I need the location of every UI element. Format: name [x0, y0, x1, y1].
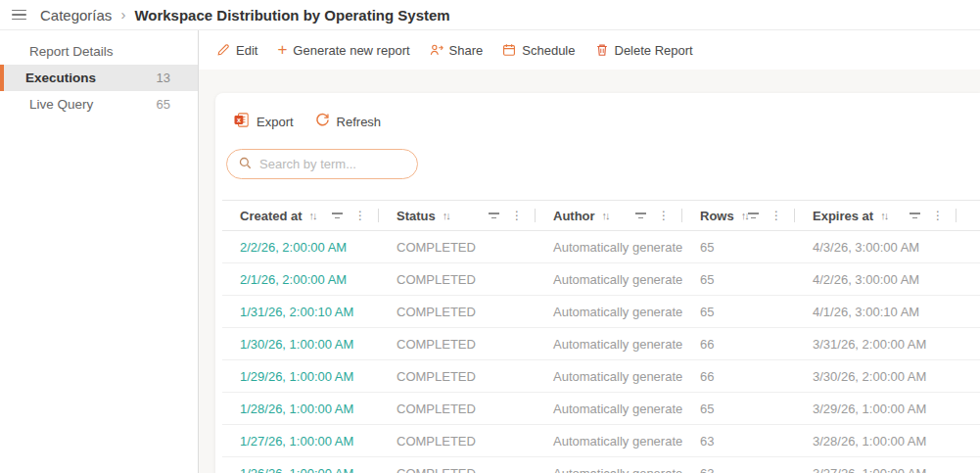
sort-icon[interactable]: ↑↓: [602, 210, 609, 221]
column-separator: [794, 209, 795, 222]
sidebar-item-report-details[interactable]: Report Details: [0, 38, 198, 65]
cell-created-at[interactable]: 1/29/26, 1:00:00 AM: [222, 360, 379, 393]
table-row[interactable]: 1/30/26, 1:00:00 AM COMPLETED Automatica…: [222, 328, 980, 360]
refresh-icon: [315, 113, 330, 130]
column-header-rows[interactable]: Rows ↑↓ ⋮: [682, 201, 795, 231]
executions-table: Created at ↑↓ ⋮ Status ↑↓ ⋮: [222, 200, 980, 473]
cell-rows: 66: [682, 328, 795, 360]
filter-icon[interactable]: [909, 213, 920, 218]
generate-new-report-button[interactable]: + Generate new report: [269, 38, 417, 63]
cell-created-at[interactable]: 2/2/26, 2:00:00 AM: [222, 231, 379, 263]
executions-table-wrap: Created at ↑↓ ⋮ Status ↑↓ ⋮: [222, 200, 980, 473]
sidebar-item-executions[interactable]: Executions 13: [0, 65, 198, 91]
main-panel: Edit + Generate new report Share: [199, 30, 980, 473]
cell-rows: 66: [682, 360, 795, 393]
column-header-author[interactable]: Author ↑↓ ⋮: [536, 201, 682, 231]
table-row[interactable]: 1/26/26, 1:00:00 AM COMPLETED Automatica…: [222, 457, 980, 473]
sort-icon[interactable]: ↑↓: [880, 210, 887, 221]
cell-overflow: [957, 393, 980, 425]
share-icon: [430, 43, 443, 57]
cell-author: Automatically generated: [536, 263, 682, 296]
cell-created-at[interactable]: 1/26/26, 1:00:00 AM: [222, 457, 379, 473]
column-header-created-at[interactable]: Created at ↑↓ ⋮: [222, 201, 379, 231]
search-icon: [239, 156, 252, 173]
cell-status: COMPLETED: [379, 425, 536, 457]
column-menu-icon[interactable]: ⋮: [511, 209, 523, 222]
export-button[interactable]: x Export: [226, 109, 302, 134]
cell-created-at[interactable]: 1/30/26, 1:00:00 AM: [222, 328, 379, 360]
page-title: Workspace Distribution by Operating Syst…: [134, 7, 449, 24]
edit-button[interactable]: Edit: [209, 38, 265, 63]
cell-overflow: [957, 328, 980, 360]
schedule-button[interactable]: Schedule: [494, 38, 583, 63]
table-row[interactable]: 1/29/26, 1:00:00 AM COMPLETED Automatica…: [222, 360, 980, 393]
column-menu-icon[interactable]: ⋮: [770, 209, 782, 222]
column-header-expires-at[interactable]: Expires at ↑↓ ⋮: [795, 201, 957, 231]
sort-icon[interactable]: ↑↓: [741, 210, 748, 221]
cell-author: Automatically generated: [536, 393, 682, 425]
cell-rows: 65: [682, 263, 795, 296]
column-header-overflow: [957, 201, 980, 231]
column-separator: [956, 209, 957, 222]
search-input[interactable]: [259, 157, 432, 171]
cell-created-at[interactable]: 1/27/26, 1:00:00 AM: [222, 425, 379, 457]
search-box: [226, 149, 418, 179]
cell-rows: 63: [682, 425, 795, 457]
column-separator: [681, 209, 682, 222]
sidebar-item-live-query[interactable]: Live Query 65: [0, 91, 198, 118]
cell-author: Automatically generated: [536, 360, 682, 393]
sort-icon[interactable]: ↑↓: [443, 210, 449, 221]
cell-overflow: [957, 231, 980, 263]
column-separator: [378, 209, 379, 222]
sidebar-item-label: Executions: [25, 71, 96, 85]
cell-status: COMPLETED: [379, 263, 536, 296]
table-row[interactable]: 1/31/26, 2:00:10 AM COMPLETED Automatica…: [222, 296, 980, 328]
cell-expires-at: 4/1/26, 3:00:10 AM: [795, 296, 957, 328]
report-toolbar: Edit + Generate new report Share: [199, 30, 980, 70]
menu-icon[interactable]: [12, 10, 26, 21]
delete-report-button[interactable]: Delete Report: [587, 38, 701, 63]
cell-rows: 63: [682, 457, 795, 473]
share-button[interactable]: Share: [422, 38, 491, 63]
grid-actions: x Export Refresh: [222, 109, 980, 134]
cell-status: COMPLETED: [379, 393, 536, 425]
column-menu-icon[interactable]: ⋮: [932, 209, 944, 222]
cell-rows: 65: [682, 296, 795, 328]
filter-icon[interactable]: [748, 213, 759, 218]
cell-created-at[interactable]: 2/1/26, 2:00:00 AM: [222, 263, 379, 296]
sidebar: Report Details Executions 13 Live Query …: [0, 30, 199, 473]
column-menu-icon[interactable]: ⋮: [658, 209, 670, 222]
table-row[interactable]: 2/1/26, 2:00:00 AM COMPLETED Automatical…: [222, 263, 980, 296]
table-row[interactable]: 1/27/26, 1:00:00 AM COMPLETED Automatica…: [222, 425, 980, 457]
table-body: 2/2/26, 2:00:00 AM COMPLETED Automatical…: [222, 231, 980, 473]
table-row[interactable]: 2/2/26, 2:00:00 AM COMPLETED Automatical…: [222, 231, 980, 263]
chevron-right-icon: ›: [120, 6, 125, 23]
refresh-button[interactable]: Refresh: [307, 109, 390, 134]
breadcrumb-category[interactable]: Categorías: [40, 7, 112, 24]
column-separator: [535, 209, 536, 222]
cell-created-at[interactable]: 1/28/26, 1:00:00 AM: [222, 393, 379, 425]
sidebar-item-count: 65: [157, 97, 170, 112]
column-menu-icon[interactable]: ⋮: [354, 209, 366, 222]
cell-status: COMPLETED: [379, 296, 536, 328]
filter-icon[interactable]: [488, 213, 499, 218]
cell-author: Automatically generated: [536, 328, 682, 360]
trash-icon: [595, 43, 609, 57]
cell-overflow: [957, 360, 980, 393]
cell-expires-at: 3/27/26, 1:00:00 AM: [795, 457, 957, 473]
cell-rows: 65: [682, 393, 795, 425]
pencil-icon: [216, 43, 230, 57]
cell-created-at[interactable]: 1/31/26, 2:00:10 AM: [222, 296, 379, 328]
cell-overflow: [957, 296, 980, 328]
cell-author: Automatically generated: [536, 296, 682, 328]
cell-expires-at: 3/31/26, 2:00:00 AM: [795, 328, 957, 360]
cell-author: Automatically generated: [536, 425, 682, 457]
sort-icon[interactable]: ↑↓: [309, 210, 316, 221]
cell-author: Automatically generated: [536, 231, 682, 263]
sidebar-item-label: Report Details: [29, 44, 114, 59]
column-header-status[interactable]: Status ↑↓ ⋮: [379, 201, 536, 231]
cell-expires-at: 4/3/26, 3:00:00 AM: [795, 231, 957, 263]
filter-icon[interactable]: [634, 213, 646, 218]
filter-icon[interactable]: [331, 213, 343, 218]
table-row[interactable]: 1/28/26, 1:00:00 AM COMPLETED Automatica…: [222, 393, 980, 425]
